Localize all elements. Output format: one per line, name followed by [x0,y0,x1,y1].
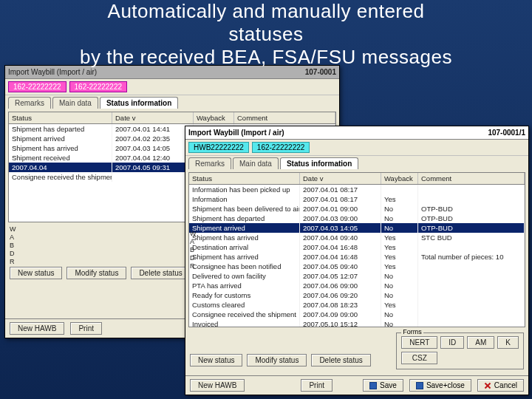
tab-main-data[interactable]: Main data [233,157,279,169]
hwb-field-2[interactable]: 162-22222222 [69,81,128,92]
col-comment[interactable]: Comment [234,112,335,123]
modify-status-button[interactable]: Modify status [247,354,307,366]
save-label: Save [380,381,397,389]
new-status-button[interactable]: New status [10,267,62,279]
col-comment[interactable]: Comment [418,173,525,184]
window-id: 107-0001 [305,68,336,76]
table-row[interactable]: Consignee received the shipment2007.04.0… [189,310,525,319]
side-labels: WABDR [190,230,197,270]
save-close-button[interactable]: Save+close [409,379,471,392]
form-k-button[interactable]: K [497,336,519,349]
table-row[interactable]: Delivered to own facility2007.04.05 12:0… [189,271,525,281]
tab-remarks[interactable]: Remarks [8,97,51,109]
delete-status-button[interactable]: Delete status [311,354,370,366]
save-close-label: Save+close [426,381,465,389]
save-icon [369,382,377,389]
col-status[interactable]: Status [189,173,300,184]
table-row[interactable]: Shipment has arrived2007.04.04 16:48YesT… [189,252,525,262]
window-title: Import Waybill (Import / air) [188,129,284,137]
cancel-button[interactable]: Cancel [477,379,524,392]
new-status-button[interactable]: New status [190,354,242,366]
table-row[interactable]: Shipment has arrived2007.04.04 09:40YesS… [189,233,525,242]
table-row[interactable]: Invoiced2007.05.10 15:12No [189,319,525,327]
col-wayback[interactable]: Wayback [194,112,234,123]
tab-status-info[interactable]: Status information [100,97,178,109]
table-row[interactable]: Shipment has been delivered to airport20… [189,204,525,214]
form-am-button[interactable]: AM [467,336,494,349]
col-date[interactable]: Date v [300,173,381,184]
hwb-row: 162-22222222 162-22222222 [5,79,339,95]
bottom-bar: New HAWB Print Save Save+close Cancel [185,375,528,395]
print-button[interactable]: Print [301,379,332,392]
save-button[interactable]: Save [363,379,403,392]
col-date[interactable]: Date v [112,112,194,123]
hwb-field-2[interactable]: 162-22222222 [252,142,310,153]
table-row[interactable]: Information has been picked up2007.04.01… [189,185,525,194]
slide-title-line2: statuses [0,23,532,46]
tab-strip: Remarks Main data Status information [5,95,339,109]
form-id-button[interactable]: ID [440,336,464,349]
table-row[interactable]: Ready for customs2007.04.06 09:20No [189,290,525,300]
waybill-window-front: Import Waybill (Import / air) 107-0001/1… [185,126,529,395]
form-csz-button[interactable]: CSZ [401,352,437,364]
slide-title: Automatically and manually entered statu… [0,0,532,69]
hwb-field-1[interactable]: HWB22222222 [188,142,249,153]
status-button-row: New status Modify status Delete status [185,351,375,369]
grid-header: Status Date v Wayback Comment [189,173,525,185]
status-grid[interactable]: Status Date v Wayback Comment Informatio… [188,172,525,327]
side-labels: WABDR [10,225,16,265]
cancel-label: Cancel [494,381,517,389]
titlebar[interactable]: Import Waybill (Import / air) 107-0001/1 [185,126,528,140]
col-status[interactable]: Status [9,112,112,123]
form-nert-button[interactable]: NERT [401,336,437,349]
grid-header: Status Date v Wayback Comment [9,112,335,124]
hwb-row: HWB22222222 162-22222222 [185,140,528,156]
table-row[interactable]: Shipment arrived2007.04.03 14:05NoOTP-BU… [189,223,525,233]
delete-status-button[interactable]: Delete status [131,267,190,279]
print-button-1[interactable]: Print [70,322,102,335]
tab-main-data[interactable]: Main data [52,97,98,109]
table-row[interactable]: Destination arrival2007.04.04 16:48Yes [189,242,525,252]
table-row[interactable]: Customs cleared2007.04.08 18:23Yes [189,300,525,310]
table-row[interactable]: Shipment has departed2007.04.03 09:00NoO… [189,214,525,223]
modify-status-button[interactable]: Modify status [66,267,126,279]
forms-group: Forms NERT ID AM K CSZ [396,332,524,369]
col-wayback[interactable]: Wayback [381,173,418,184]
table-row[interactable]: Consignee has been notified2007.04.05 09… [189,262,525,271]
hwb-field-1[interactable]: 162-22222222 [8,81,66,92]
window-id: 107-0001/1 [488,129,525,137]
new-hawb-button[interactable]: New HAWB [190,379,245,392]
tab-remarks[interactable]: Remarks [188,157,231,169]
window-title: Import Waybill (Import / air) [8,68,97,76]
slide-title-line1: Automatically and manually entered [0,0,532,23]
slide-title-line3: by the received BEA, FSA/FSU messages [0,46,532,69]
new-hawb-button[interactable]: New HAWB [10,322,64,335]
tab-status-info[interactable]: Status information [280,157,358,169]
forms-label: Forms [401,328,423,335]
save-icon [416,382,423,389]
tab-strip: Remarks Main data Status information [185,156,528,169]
table-row[interactable]: Information2007.04.01 08:17Yes [189,194,525,204]
table-row[interactable]: PTA has arrived2007.04.06 09:00No [189,281,525,290]
cancel-icon [484,382,491,389]
